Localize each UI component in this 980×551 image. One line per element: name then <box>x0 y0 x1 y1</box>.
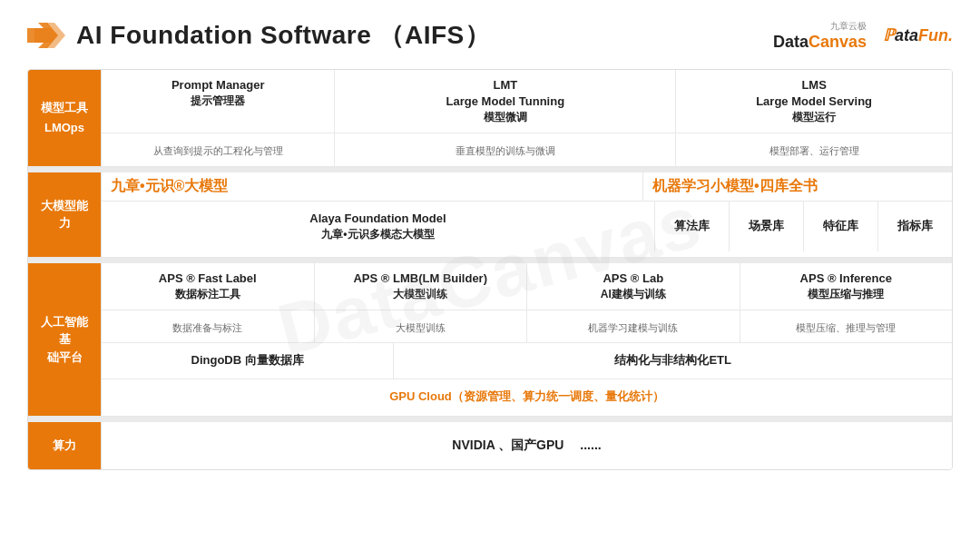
label-text-1: 模型工具 <box>41 99 88 117</box>
section-ai-platform: 人工智能基 础平台 APS ® Fast Label 数据标注工具 APS ® … <box>28 263 952 418</box>
lms-title: LMS <box>685 77 943 93</box>
lab-desc: 机器学习建模与训练 <box>527 310 740 342</box>
lmt-cell: LMT Large Model Tunning 模型微调 <box>335 70 676 133</box>
compute-content: NVIDIA 、国产GPU ...... <box>452 437 601 455</box>
ml-cols: 算法库 场景库 特征库 指标库 <box>655 202 952 251</box>
header: AI Foundation Software （AIFS） 九章云极 DataC… <box>27 18 953 53</box>
lmb-desc: 大模型训练 <box>315 310 528 342</box>
label-ai-text-2: 础平台 <box>47 349 83 367</box>
fast-label-zh: 数据标注工具 <box>111 287 305 302</box>
index-lib: 指标库 <box>878 202 952 251</box>
large-model-content-row: Alaya Foundation Model 九章•元识多模态大模型 算法库 场… <box>102 202 952 251</box>
model-tools-desc-row: 从查询到提示的工程化与管理 垂直模型的训练与微调 模型部署、运行管理 <box>102 133 952 165</box>
page-title: AI Foundation Software （AIFS） <box>76 18 490 53</box>
index-lib-text: 指标库 <box>897 218 933 234</box>
lmb-zh: 大模型训练 <box>324 287 518 302</box>
alaya-zh: 九章•元识多模态大模型 <box>321 227 434 242</box>
feature-lib-text: 特征库 <box>823 218 858 234</box>
fast-label-cell: APS ® Fast Label 数据标注工具 <box>102 263 315 310</box>
model-tools-title-row: Prompt Manager 提示管理器 LMT Large Model Tun… <box>102 70 952 133</box>
lmb-cell: APS ® LMB(LM Builder) 大模型训练 <box>315 263 528 310</box>
lmt-zh: 模型微调 <box>344 110 666 125</box>
lms-desc: 模型部署、运行管理 <box>676 133 952 165</box>
prompt-desc-text: 从查询到提示的工程化与管理 <box>111 144 325 158</box>
prompt-manager-cell: Prompt Manager 提示管理器 <box>102 70 335 133</box>
lms-cell: LMS Large Model Serving 模型运行 <box>676 70 952 133</box>
yuanshi-label: 九章•元识®大模型 <box>111 178 228 193</box>
lmt-subtitle: Large Model Tunning <box>344 93 666 110</box>
alaya-title: Alaya Foundation Model <box>309 211 446 227</box>
lms-desc-text: 模型部署、运行管理 <box>685 144 943 158</box>
inference-title: APS ® Inference <box>750 271 944 287</box>
prompt-desc: 从查询到提示的工程化与管理 <box>102 133 335 165</box>
label-ai-platform: 人工智能基 础平台 <box>28 263 101 416</box>
lab-title: APS ® Lab <box>536 271 730 287</box>
dingo-etl-row: DingoDB 向量数据库 结构化与非结构化ETL <box>102 343 952 379</box>
scene-lib-text: 场景库 <box>749 218 784 234</box>
logos: 九章云极 DataCanvas ℙataFun. <box>773 20 953 52</box>
lab-zh: AI建模与训练 <box>536 287 730 302</box>
label-large-model-text: 大模型能力 <box>35 197 93 232</box>
label-large-model: 大模型能力 <box>28 172 101 257</box>
content-area: 模型工具 LMOps Prompt Manager 提示管理器 LMT Larg… <box>27 69 953 470</box>
lmt-desc: 垂直模型的训练与微调 <box>335 133 676 165</box>
etl-text: 结构化与非结构化ETL <box>614 352 731 369</box>
inference-zh: 模型压缩与推理 <box>750 287 944 302</box>
lmt-title: LMT <box>344 77 666 93</box>
prompt-manager-title: Prompt Manager <box>111 77 325 93</box>
lmb-title: APS ® LMB(LM Builder) <box>324 271 518 287</box>
lab-cell: APS ® Lab AI建模与训练 <box>527 263 740 310</box>
section-compute: 算力 NVIDIA 、国产GPU ...... <box>28 422 952 469</box>
section-large-model: 大模型能力 九章•元识®大模型 机器学习小模型•四库全书 Alaya Found… <box>28 172 952 259</box>
page: DataCanvas AI Foundation Software （AIFS）… <box>0 0 980 551</box>
gpu-cloud-cell: GPU Cloud（资源管理、算力统一调度、量化统计） <box>102 379 952 414</box>
dingodb-text: DingoDB 向量数据库 <box>191 352 304 369</box>
prompt-manager-zh: 提示管理器 <box>111 93 325 109</box>
content-ai-platform: APS ® Fast Label 数据标注工具 APS ® LMB(LM Bui… <box>101 263 952 416</box>
inference-desc: 模型压缩、推理与管理 <box>740 310 953 342</box>
aps-title-row: APS ® Fast Label 数据标注工具 APS ® LMB(LM Bui… <box>102 263 952 310</box>
lmt-desc-text: 垂直模型的训练与微调 <box>344 144 666 158</box>
ml-label-cell: 机器学习小模型•四库全书 <box>642 172 952 201</box>
etl-cell: 结构化与非结构化ETL <box>394 343 952 378</box>
lmb-desc-text: 大模型训练 <box>324 321 518 335</box>
gpu-cloud-text: GPU Cloud（资源管理、算力统一调度、量化统计） <box>389 389 664 405</box>
svg-marker-1 <box>34 23 65 48</box>
label-text-2: LMOps <box>44 119 84 137</box>
yuanshi-label-cell: 九章•元识®大模型 <box>102 172 642 201</box>
header-left: AI Foundation Software （AIFS） <box>27 18 490 53</box>
label-compute: 算力 <box>28 422 101 469</box>
arrow-icon <box>27 23 65 48</box>
dingodb-cell: DingoDB 向量数据库 <box>102 343 394 378</box>
logo-datacanvas: DataCanvas <box>773 33 867 52</box>
logo-nine-text: 九章云极 <box>830 20 867 33</box>
label-ai-text-1: 人工智能基 <box>35 313 93 349</box>
ml-label: 机器学习小模型•四库全书 <box>652 178 818 193</box>
lab-desc-text: 机器学习建模与训练 <box>536 321 730 335</box>
content-model-tools: Prompt Manager 提示管理器 LMT Large Model Tun… <box>101 70 952 166</box>
fast-label-title: APS ® Fast Label <box>111 271 305 287</box>
feature-lib: 特征库 <box>804 202 878 251</box>
inference-desc-text: 模型压缩、推理与管理 <box>750 321 944 335</box>
fast-label-desc: 数据准备与标注 <box>102 310 315 342</box>
alaya-cell: Alaya Foundation Model 九章•元识多模态大模型 <box>102 202 655 251</box>
logo-datafun: ℙataFun. <box>883 25 953 45</box>
aps-desc-row: 数据准备与标注 大模型训练 机器学习建模与训练 模型压缩、推理与管理 <box>102 310 952 343</box>
label-compute-text: 算力 <box>53 437 76 455</box>
lms-subtitle: Large Model Serving <box>685 93 943 110</box>
section-model-tools: 模型工具 LMOps Prompt Manager 提示管理器 LMT Larg… <box>28 70 952 168</box>
scene-lib: 场景库 <box>730 202 804 251</box>
content-compute: NVIDIA 、国产GPU ...... <box>101 422 952 469</box>
content-large-model: 九章•元识®大模型 机器学习小模型•四库全书 Alaya Foundation … <box>101 172 952 257</box>
algo-lib-text: 算法库 <box>674 218 710 234</box>
label-model-tools: 模型工具 LMOps <box>28 70 101 166</box>
inference-cell: APS ® Inference 模型压缩与推理 <box>740 263 953 310</box>
lms-zh: 模型运行 <box>685 110 943 125</box>
large-model-labels-row: 九章•元识®大模型 机器学习小模型•四库全书 <box>102 172 952 202</box>
fast-label-desc-text: 数据准备与标注 <box>111 321 305 335</box>
algo-lib: 算法库 <box>655 202 730 251</box>
